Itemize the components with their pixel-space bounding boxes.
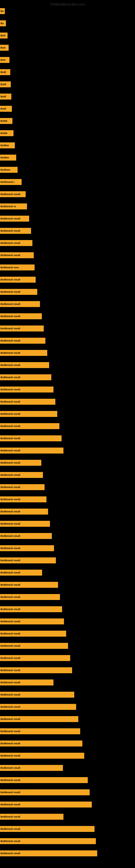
bar-label: Bottleneck result [1, 437, 20, 440]
bar-label: Bottleneck result [1, 193, 20, 195]
bar-item: Bottl [0, 94, 11, 99]
bar-label: Bottleneck result [1, 535, 20, 537]
bar-item: Bottleneck result [0, 569, 42, 576]
bar-label: Bottleneck result [1, 376, 20, 379]
bar-label: Bottleneck result [1, 522, 20, 525]
bar-item: Bottleneck result [0, 655, 70, 661]
bar-label: Bottl [1, 83, 6, 86]
bar-label: Bottleneck result [1, 803, 20, 806]
bar-label: Bottleneck result [1, 217, 20, 220]
bar-label: Bottleneck result [1, 730, 20, 733]
bar-item: Bo [0, 8, 5, 14]
bar-item: Bottlen [0, 155, 16, 161]
bar-item: Bottleneck result [0, 326, 44, 332]
bar-item: Bottleneck result [0, 240, 32, 246]
bar-item: Bottleneck result [0, 435, 61, 441]
bar-item: Bottleneck result [0, 411, 57, 417]
bar-label: Bottleneck result [1, 681, 20, 684]
bar-label: Bottlen [1, 156, 9, 159]
bar-label: Bottleneck result [1, 547, 20, 550]
bar-label: Bottleneck result [1, 339, 20, 342]
bar-item: Bottleneck result [0, 460, 41, 466]
bar-item: Bottleneck result [0, 802, 92, 807]
bar-item: Bottleneck result [0, 606, 62, 612]
bar-label: Bottle [1, 120, 8, 122]
bar-label: Bottleneck result [1, 608, 20, 611]
bar-label: Bottleneck result [1, 584, 20, 586]
bar-item: Bottleneck result [0, 557, 56, 563]
bar-item: Bott [0, 57, 9, 63]
bar-item: Bottlene [0, 167, 17, 173]
bar-item: Bottleneck result [0, 191, 26, 197]
bar-item: Bottleneck result [0, 533, 52, 539]
bar-item: Bottleneck result [0, 789, 90, 795]
bar-label: Bottleneck result [1, 742, 20, 745]
bar-item: Bottl [0, 82, 11, 87]
bar-label: Bottleneck result [1, 657, 20, 659]
bar-label: Bottleneck result [1, 815, 20, 818]
bar-item: Bottleneck result [0, 399, 55, 405]
bar-label: Bottleneck result [1, 596, 20, 598]
bar-item: Bott [0, 45, 9, 51]
bar-item: Bottlen [0, 143, 15, 148]
bar-label: Bottleneck result [1, 620, 20, 623]
bar-item: Bottleneck result [0, 814, 63, 820]
bar-label: Bottleneck result [1, 840, 20, 842]
bar-item: Bottleneck result [0, 643, 68, 649]
bar-label: Bottleneck r [1, 181, 14, 183]
bar-item: Bottleneck result [0, 289, 37, 295]
bar-item: Bottleneck result [0, 496, 46, 502]
bar-item: Bottleneck result [0, 484, 45, 490]
bar-label: Bottleneck re [1, 205, 16, 208]
bar-item: Bottleneck result [0, 362, 49, 368]
bar-label: Bottleneck result [1, 461, 20, 464]
bar-item: Bottleneck result [0, 313, 42, 319]
bar-item: Bottleneck result [0, 472, 43, 478]
bar-item: Bottleneck result [0, 704, 76, 710]
bar-label: Bottleneck result [1, 779, 20, 781]
bar-label: Bottleneck result [1, 828, 20, 830]
bar-label: Bottleneck result [1, 767, 20, 769]
bar-label: Bottleneck result [1, 852, 20, 855]
bar-label: Bottleneck result [1, 327, 20, 330]
bar-item: Bottleneck result [0, 277, 36, 283]
bar-label: Bottleneck result [1, 718, 20, 720]
bar-item: Bottleneck result [0, 777, 88, 783]
bar-label: Bottleneck result [1, 254, 20, 257]
bar-item: Bottleneck result [0, 741, 82, 746]
bar-label: Bottlen [1, 144, 9, 147]
bar-item: Bottleneck result [0, 838, 96, 844]
bar-label: Bottleneck result [1, 229, 20, 232]
bar-item: Bottleneck result [0, 447, 63, 454]
bar-item: Bottleneck result [0, 582, 58, 588]
bar-label: Bottleneck result [1, 693, 20, 696]
site-title: TheBottlenecker.com [50, 2, 85, 6]
bar-item: Bott [0, 33, 8, 38]
bar-label: Bottleneck result [1, 315, 20, 318]
bar-label: Bottleneck result [1, 278, 20, 281]
bar-label: Bottleneck result [1, 290, 20, 293]
bar-label: Bott [1, 46, 5, 49]
bar-item: Bottleneck result [0, 594, 60, 600]
bar-item: Bottleneck result [0, 350, 47, 356]
bar-item: Bottl [0, 106, 12, 112]
bar-label: Bottleneck result [1, 412, 20, 415]
bar-item: Bottleneck result [0, 374, 51, 380]
bar-item: Bottleneck result [0, 667, 72, 673]
bar-item: Bottleneck result [0, 680, 53, 685]
bar-item: Bottleneck result [0, 216, 29, 222]
bar-label: Bottleneck result [1, 364, 20, 367]
bar-item: Bottleneck result [0, 521, 50, 527]
bar-item: Bottleneck result [0, 423, 59, 429]
bar-label: Bottleneck result [1, 242, 20, 244]
bar-label: Bottleneck result [1, 632, 20, 635]
bar-label: Bottleneck result [1, 425, 20, 428]
bar-item: Bottleneck result [0, 728, 80, 734]
bar-item: Bottleneck result [0, 631, 66, 637]
bar-item: Bottleneck result [0, 765, 63, 771]
bar-label: Bott [1, 59, 5, 61]
bar-label: Bottlene [1, 168, 10, 171]
bar-label: Bo [1, 22, 4, 25]
bar-label: Bottleneck result [1, 669, 20, 672]
bar-item: Bottleneck result [0, 716, 78, 722]
